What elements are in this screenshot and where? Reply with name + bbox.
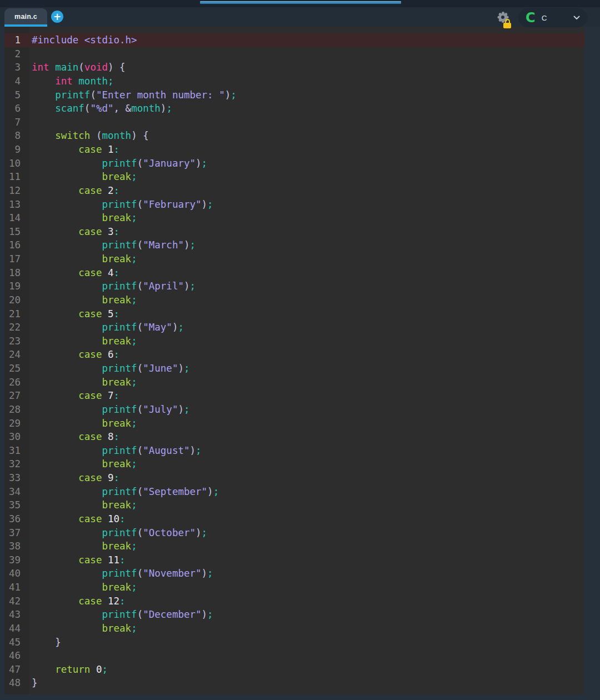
code-line[interactable]: 15 case 3:: [4, 225, 584, 239]
line-number: 22: [4, 321, 29, 334]
code-line[interactable]: 18 case 4:: [4, 266, 584, 280]
line-number: 31: [4, 444, 29, 458]
code-line[interactable]: 21 case 5:: [4, 307, 584, 321]
tab-main-c[interactable]: main.c: [4, 8, 47, 24]
code-text: printf("April");: [29, 279, 196, 293]
code-line[interactable]: 36 case 10:: [4, 512, 584, 526]
code-line[interactable]: 19 printf("April");: [4, 279, 584, 293]
new-tab-button[interactable]: +: [51, 11, 63, 23]
code-line[interactable]: 41 break;: [4, 581, 584, 594]
line-number: 1: [4, 33, 29, 47]
code-line[interactable]: 3int main(void) {: [4, 61, 584, 74]
code-text: break;: [29, 457, 137, 471]
code-editor[interactable]: 1#include <stdio.h>23int main(void) {4 i…: [4, 27, 584, 694]
code-text: switch (month) {: [29, 129, 149, 143]
line-number: 5: [4, 88, 29, 102]
code-line[interactable]: 22 printf("May");: [4, 321, 584, 334]
line-number: 20: [4, 293, 29, 307]
code-text: }: [29, 676, 38, 690]
code-line[interactable]: 29 break;: [4, 417, 584, 431]
line-number: 39: [4, 553, 29, 567]
code-line[interactable]: 31 printf("August");: [4, 444, 584, 458]
code-line[interactable]: 33 case 9:: [4, 471, 584, 485]
code-text: printf("September");: [29, 485, 219, 499]
language-selector[interactable]: C C: [518, 8, 587, 27]
code-line[interactable]: 12 case 2:: [4, 184, 584, 198]
code-text: printf("May");: [29, 321, 184, 334]
code-line[interactable]: 38 break;: [4, 539, 584, 553]
code-line[interactable]: 17 break;: [4, 252, 584, 266]
code-line[interactable]: 7: [4, 116, 584, 129]
code-text: break;: [29, 539, 137, 553]
code-line[interactable]: 10 printf("January");: [4, 157, 584, 171]
code-line[interactable]: 32 break;: [4, 457, 584, 471]
code-line[interactable]: 25 printf("June");: [4, 362, 584, 376]
code-area: 1#include <stdio.h>23int main(void) {4 i…: [4, 33, 584, 690]
code-line[interactable]: 48}: [4, 676, 584, 690]
code-line[interactable]: 23 break;: [4, 334, 584, 348]
plus-icon: +: [53, 11, 61, 22]
code-text: case 3:: [29, 225, 119, 239]
code-text: case 9:: [29, 471, 119, 485]
line-number: 9: [4, 143, 29, 157]
line-number: 28: [4, 403, 29, 417]
code-line[interactable]: 34 printf("September");: [4, 485, 584, 499]
line-number: 8: [4, 129, 29, 143]
line-number: 17: [4, 252, 29, 266]
line-number: 13: [4, 198, 29, 212]
line-number: 47: [4, 663, 29, 677]
line-number: 4: [4, 74, 29, 88]
line-number: 40: [4, 567, 29, 581]
active-tab-indicator: [4, 24, 47, 27]
code-line[interactable]: 39 case 11:: [4, 553, 584, 567]
line-number: 44: [4, 622, 29, 636]
code-text: break;: [29, 293, 137, 307]
code-line[interactable]: 47 return 0;: [4, 663, 584, 677]
code-text: [29, 47, 32, 61]
code-line[interactable]: 28 printf("July");: [4, 403, 584, 417]
code-line[interactable]: 46: [4, 649, 584, 663]
code-line[interactable]: 42 case 12:: [4, 594, 584, 608]
code-text: case 4:: [29, 266, 119, 280]
code-line[interactable]: 5 printf("Enter month number: ");: [4, 88, 584, 102]
code-line[interactable]: 30 case 8:: [4, 430, 584, 444]
code-text: printf("March");: [29, 238, 196, 252]
code-line[interactable]: 4 int month;: [4, 74, 584, 88]
code-line[interactable]: 14 break;: [4, 211, 584, 225]
line-number: 16: [4, 238, 29, 252]
code-text: case 6:: [29, 348, 119, 362]
language-label: C: [542, 14, 547, 22]
code-line[interactable]: 24 case 6:: [4, 348, 584, 362]
code-line[interactable]: 45 }: [4, 636, 584, 649]
code-text: int main(void) {: [29, 61, 126, 74]
line-number: 25: [4, 362, 29, 376]
code-line[interactable]: 37 printf("October");: [4, 526, 584, 540]
code-text: break;: [29, 376, 137, 389]
code-line[interactable]: 1#include <stdio.h>: [4, 33, 584, 47]
code-line[interactable]: 40 printf("November");: [4, 567, 584, 581]
code-line[interactable]: 13 printf("February");: [4, 198, 584, 212]
code-line[interactable]: 9 case 1:: [4, 143, 584, 157]
code-text: #include <stdio.h>: [29, 33, 137, 47]
line-number: 37: [4, 526, 29, 540]
code-text: printf("June");: [29, 362, 190, 376]
code-line[interactable]: 6 scanf("%d", &month);: [4, 102, 584, 116]
line-number: 33: [4, 471, 29, 485]
line-number: 42: [4, 594, 29, 608]
code-line[interactable]: 43 printf("December");: [4, 608, 584, 622]
code-line[interactable]: 16 printf("March");: [4, 238, 584, 252]
code-line[interactable]: 2: [4, 47, 584, 61]
code-line[interactable]: 27 case 7:: [4, 389, 584, 403]
tab-label: main.c: [14, 13, 37, 21]
code-line[interactable]: 35 break;: [4, 498, 584, 512]
code-line[interactable]: 20 break;: [4, 293, 584, 307]
code-line[interactable]: 44 break;: [4, 622, 584, 636]
line-number: 48: [4, 676, 29, 690]
code-line[interactable]: 8 switch (month) {: [4, 129, 584, 143]
line-number: 35: [4, 498, 29, 512]
code-text: [29, 649, 32, 663]
code-line[interactable]: 26 break;: [4, 376, 584, 389]
code-text: break;: [29, 211, 137, 225]
code-line[interactable]: 11 break;: [4, 170, 584, 184]
code-text: case 5:: [29, 307, 119, 321]
